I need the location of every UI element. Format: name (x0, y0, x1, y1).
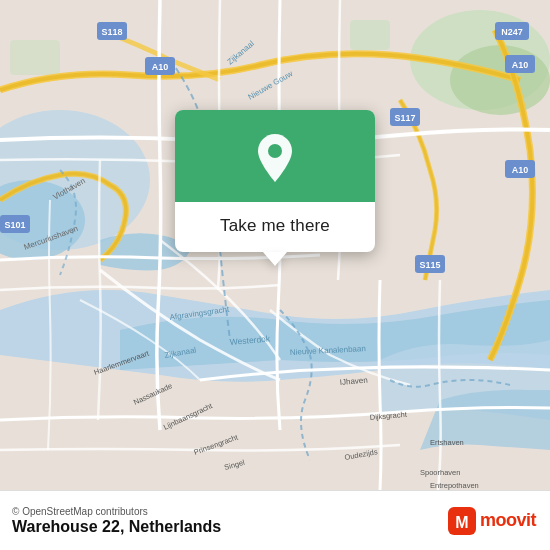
svg-rect-5 (350, 20, 390, 50)
svg-text:A10: A10 (512, 60, 529, 70)
svg-text:S101: S101 (4, 220, 25, 230)
map-container: A10 S118 A10 N247 A10 S117 S115 S101 Vlo… (0, 0, 550, 490)
svg-text:A10: A10 (152, 62, 169, 72)
moovit-logo: M moovit (448, 507, 536, 535)
popup-tail (263, 252, 287, 266)
svg-text:S115: S115 (419, 260, 440, 270)
location-country-text: Netherlands (129, 518, 221, 535)
popup-card: Take me there (175, 110, 375, 252)
popup-green-area (175, 110, 375, 202)
svg-text:N247: N247 (501, 27, 523, 37)
svg-point-4 (450, 45, 550, 115)
svg-text:A10: A10 (512, 165, 529, 175)
osm-attribution: © OpenStreetMap contributors (12, 506, 221, 517)
svg-point-42 (268, 144, 282, 158)
svg-rect-6 (10, 40, 60, 75)
svg-text:S118: S118 (101, 27, 122, 37)
location-name-text: Warehouse 22, (12, 518, 124, 535)
svg-text:M: M (455, 514, 468, 531)
popup-label-area: Take me there (175, 202, 375, 252)
bottom-bar: © OpenStreetMap contributors Warehouse 2… (0, 490, 550, 550)
moovit-brand-text: moovit (480, 510, 536, 531)
location-pin-icon (251, 134, 299, 182)
svg-text:S117: S117 (394, 113, 415, 123)
take-me-there-button[interactable]: Take me there (220, 216, 330, 236)
svg-text:Ertshaven: Ertshaven (430, 438, 464, 447)
moovit-icon: M (448, 507, 476, 535)
svg-text:Spoorhaven: Spoorhaven (420, 468, 460, 477)
bottom-left-info: © OpenStreetMap contributors Warehouse 2… (12, 506, 221, 536)
svg-text:Entrepothaven: Entrepothaven (430, 481, 479, 490)
location-name: Warehouse 22, Netherlands (12, 518, 221, 536)
